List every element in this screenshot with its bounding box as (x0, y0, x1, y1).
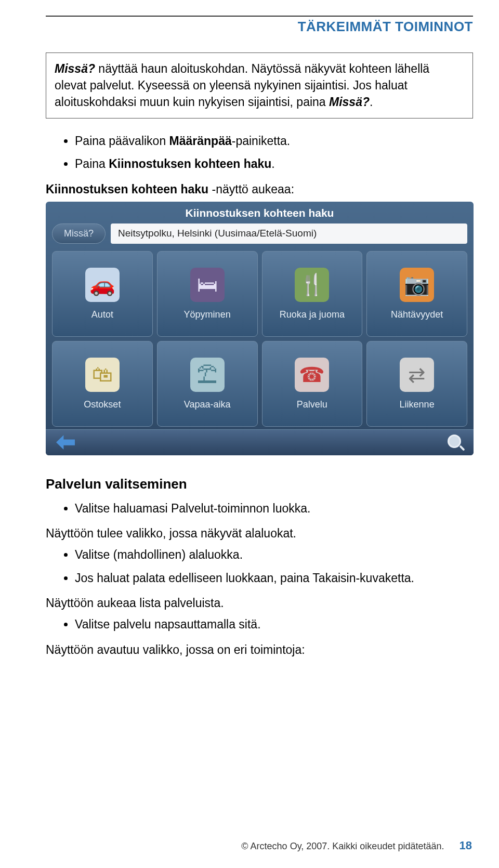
tile-ostokset[interactable]: 🛍Ostokset (52, 341, 153, 427)
vapaa-aika-icon: ⛱ (190, 358, 225, 392)
tile-liikenne[interactable]: ⇄Liikenne (366, 341, 467, 427)
page-number: 18 (459, 839, 472, 852)
search-icon[interactable] (448, 435, 463, 450)
location-field[interactable]: Neitsytpolku, Helsinki (Uusimaa/Etelä-Su… (111, 223, 467, 244)
tile-label: Yöpyminen (184, 309, 231, 320)
copyright: © Arctecho Oy, 2007. Kaikki oikeudet pid… (241, 841, 444, 851)
text-lista: Näyttöön aukeaa lista palveluista. (46, 596, 473, 610)
autot-icon: 🚗 (85, 268, 120, 302)
tile-yopyminen[interactable]: 🛏Yöpyminen (157, 251, 258, 337)
ruoka-icon: 🍴 (295, 268, 329, 302)
gps-title: Kiinnostuksen kohteen haku (46, 202, 474, 223)
list-item: Paina päävalikon Määränpää-painiketta. (75, 132, 473, 150)
bullet-list-2c: Valitse palvelu napsauttamalla sitä. (46, 615, 473, 634)
tile-label: Palvelu (297, 399, 327, 410)
list-item: Valitse (mahdollinen) alaluokka. (75, 546, 473, 564)
tile-ruoka[interactable]: 🍴Ruoka ja juoma (262, 251, 363, 337)
footer: © Arctecho Oy, 2007. Kaikki oikeudet pid… (241, 839, 472, 852)
page-header: TÄRKEIMMÄT TOIMINNOT (46, 19, 473, 35)
text-valikko: Näyttöön avautuu valikko, jossa on eri t… (46, 643, 473, 657)
list-item: Jos haluat palata edelliseen luokkaan, p… (75, 569, 473, 587)
gps-screenshot: Kiinnostuksen kohteen haku Missä? Neitsy… (46, 202, 474, 455)
list-item: Paina Kiinnostuksen kohteen haku. (75, 155, 473, 173)
list-item: Valitse palvelu napsauttamalla sitä. (75, 615, 473, 634)
back-icon[interactable] (56, 435, 75, 450)
yopyminen-icon: 🛏 (190, 268, 225, 302)
section-heading: Palvelun valitseminen (46, 476, 473, 492)
tile-row-2: 🛍Ostokset⛱Vapaa-aika☎Palvelu⇄Liikenne (46, 341, 474, 427)
ostokset-icon: 🛍 (85, 358, 120, 392)
tile-label: Liikenne (400, 399, 435, 410)
list-item: Valitse haluamasi Palvelut-toiminnon luo… (75, 499, 473, 518)
palvelu-icon: ☎ (295, 358, 329, 392)
info-box: Missä? näyttää haun aloituskohdan. Näytö… (46, 52, 473, 119)
text-alaluokat: Näyttöön tulee valikko, jossa näkyvät al… (46, 527, 473, 541)
where-button[interactable]: Missä? (52, 223, 106, 244)
bullet-list-1: Paina päävalikon Määränpää-painiketta.Pa… (46, 132, 473, 173)
bullet-list-2a: Valitse haluamasi Palvelut-toiminnon luo… (46, 499, 473, 518)
tile-palvelu[interactable]: ☎Palvelu (262, 341, 363, 427)
tile-label: Ruoka ja juoma (280, 309, 345, 320)
tile-label: Autot (91, 309, 113, 320)
tile-row-1: 🚗Autot🛏Yöpyminen🍴Ruoka ja juoma📷Nähtävyy… (46, 251, 474, 337)
nahtavyydet-icon: 📷 (400, 268, 434, 302)
tile-vapaa-aika[interactable]: ⛱Vapaa-aika (157, 341, 258, 427)
tile-label: Nähtävyydet (391, 309, 443, 320)
tile-nahtavyydet[interactable]: 📷Nähtävyydet (366, 251, 467, 337)
liikenne-icon: ⇄ (400, 358, 434, 392)
screen-opens-text: Kiinnostuksen kohteen haku -näyttö aukea… (46, 182, 473, 196)
tile-label: Vapaa-aika (184, 399, 231, 410)
bullet-list-2b: Valitse (mahdollinen) alaluokka.Jos halu… (46, 546, 473, 587)
tile-autot[interactable]: 🚗Autot (52, 251, 153, 337)
tile-label: Ostokset (84, 399, 121, 410)
